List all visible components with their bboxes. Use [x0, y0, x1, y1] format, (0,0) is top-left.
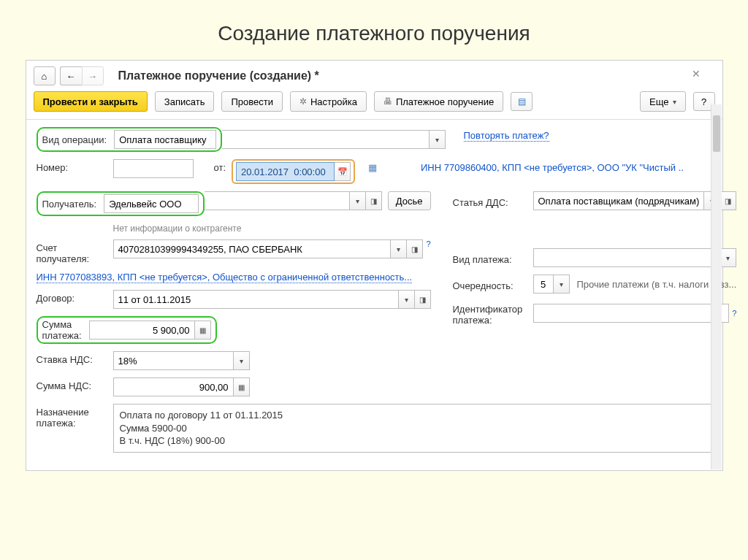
vat-sum-label: Сумма НДС: [37, 377, 113, 391]
template-button[interactable]: 🖶 Платежное поручение [374, 91, 503, 112]
doc-small-icon: ▦ [368, 162, 377, 173]
sum-input[interactable] [89, 321, 195, 340]
back-button[interactable]: ← [60, 66, 82, 85]
gear-icon: ✲ [299, 96, 307, 107]
ptype-label: Вид платежа: [453, 251, 533, 265]
purpose-textarea[interactable]: Оплата по договору 11 от 01.11.2015 Сумм… [113, 404, 712, 453]
nav-bar: ⌂ ← → Платежное поручение (создание) * ✕ [26, 61, 722, 90]
number-label: Номер: [37, 159, 113, 173]
ptype-dropdown[interactable]: ▾ [720, 248, 736, 267]
recipient-dropdown[interactable]: ▾ [350, 191, 366, 210]
arrow-right-icon: → [88, 71, 97, 82]
print-icon: 🖶 [383, 96, 392, 107]
nav-history: ← → [60, 66, 104, 85]
post-button[interactable]: Провести [221, 91, 283, 112]
order-label: Очередность: [453, 277, 533, 291]
vat-sum-input[interactable] [113, 377, 234, 396]
attach-button[interactable]: ▤ [511, 92, 533, 111]
arrow-left-icon: ← [66, 71, 76, 82]
contract-open[interactable]: ◨ [415, 290, 431, 309]
toolbar: Провести и закрыть Записать Провести ✲ Н… [26, 90, 722, 120]
app-window: ⌂ ← → Платежное поручение (создание) * ✕… [26, 60, 723, 471]
more-label: Еще [649, 96, 668, 107]
vertical-scrollbar[interactable] [711, 104, 722, 469]
account-label: Счет получателя: [37, 239, 113, 264]
account-input[interactable] [113, 239, 392, 258]
post-and-close-button[interactable]: Провести и закрыть [34, 91, 148, 112]
save-button[interactable]: Записать [155, 91, 215, 112]
purpose-label: Назначение платежа: [37, 404, 113, 429]
op-type-input[interactable] [114, 130, 216, 149]
op-type-label: Вид операции: [42, 134, 107, 145]
recipient-ext[interactable] [205, 191, 350, 210]
calendar-button[interactable] [335, 162, 351, 181]
from-label: от: [199, 159, 232, 173]
home-icon: ⌂ [42, 71, 47, 82]
vat-sum-calc[interactable]: ▦ [234, 377, 250, 396]
account-help[interactable]: ? [426, 239, 430, 248]
contract-label: Договор: [37, 290, 113, 304]
dds-input[interactable] [533, 191, 705, 210]
vat-rate-input[interactable] [113, 351, 234, 370]
order-input[interactable] [533, 275, 554, 294]
contract-dropdown[interactable]: ▾ [399, 290, 415, 309]
op-type-ext[interactable] [222, 130, 429, 149]
account-dropdown[interactable]: ▾ [391, 239, 407, 258]
recipient-input[interactable] [104, 194, 199, 213]
vat-rate-dropdown[interactable]: ▾ [234, 351, 250, 370]
dds-label: Статья ДДС: [453, 194, 533, 208]
sum-label: Сумма платежа: [42, 319, 82, 341]
op-type-dropdown[interactable]: ▾ [430, 130, 446, 149]
recipient-label: Получатель: [42, 199, 97, 210]
recipient-open[interactable]: ◨ [366, 191, 382, 210]
settings-button[interactable]: ✲ Настройка [290, 91, 367, 112]
ptype-input[interactable] [533, 248, 721, 267]
form-content: Вид операции: ▾ Повторять платеж? Номер:… [26, 120, 722, 470]
ident-help[interactable]: ? [732, 309, 736, 318]
template-label: Платежное поручение [396, 96, 494, 107]
dds-open[interactable]: ◨ [720, 191, 736, 210]
more-button[interactable]: Еще ▾ [640, 91, 685, 112]
dossier-button[interactable]: Досье [388, 191, 431, 210]
payer-inn-link[interactable]: ИНН 7709860400, КПП <не требуется>, ООО … [421, 162, 684, 173]
home-button[interactable]: ⌂ [34, 66, 56, 85]
document-icon: ▤ [518, 96, 526, 107]
no-counterparty-info: Нет информации о контрагенте [113, 223, 431, 234]
date-highlight [232, 159, 355, 184]
scrollbar-thumb[interactable] [713, 115, 720, 152]
settings-label: Настройка [310, 96, 357, 107]
repeat-payment-link[interactable]: Повторять платеж? [464, 130, 549, 142]
window-title: Платежное поручение (создание) * [118, 69, 319, 83]
ident-input[interactable] [533, 304, 730, 323]
vat-rate-label: Ставка НДС: [37, 351, 113, 365]
date-input[interactable] [236, 162, 335, 181]
ident-label: Идентификатор платежа: [453, 301, 533, 326]
number-input[interactable] [113, 159, 194, 178]
sum-calc[interactable]: ▦ [195, 321, 211, 340]
forward-button[interactable]: → [82, 66, 104, 85]
account-open[interactable]: ◨ [407, 239, 423, 258]
contract-input[interactable] [113, 290, 399, 309]
page-title: Создание платежного поручения [0, 0, 748, 60]
op-type-field[interactable] [114, 130, 216, 149]
order-dropdown[interactable]: ▾ [554, 275, 570, 294]
close-button[interactable]: ✕ [692, 68, 701, 80]
chevron-down-icon: ▾ [673, 98, 676, 106]
recipient-org-link[interactable]: ИНН 7707083893, КПП <не требуется>, Обще… [37, 272, 413, 283]
